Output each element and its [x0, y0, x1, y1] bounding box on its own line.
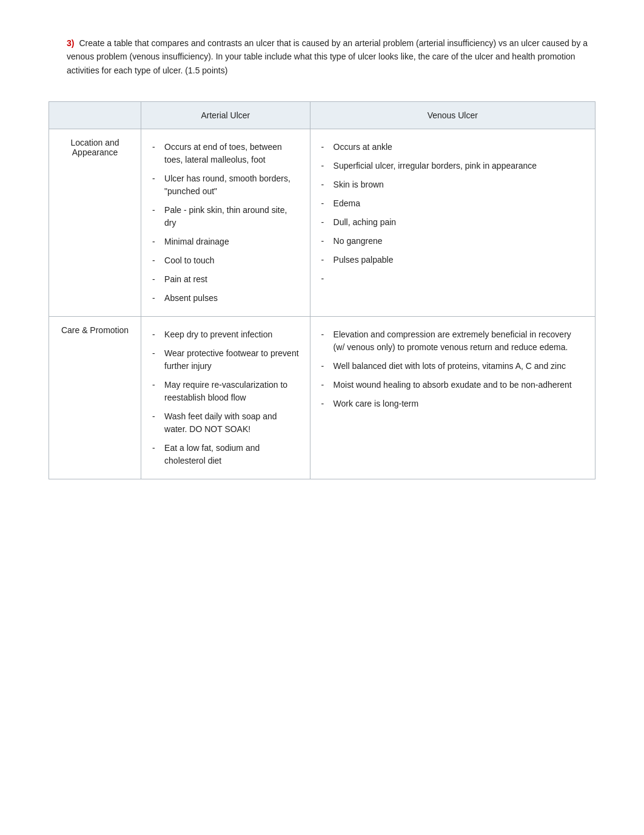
list-item: Moist wound healing to absorb exudate an…	[321, 376, 584, 394]
row-label-1: Care & Promotion	[49, 317, 141, 479]
list-item: Superficial ulcer, irregular borders, pi…	[321, 157, 584, 175]
list-item: Eat a low fat, sodium and cholesterol di…	[152, 439, 299, 470]
list-item	[321, 269, 584, 276]
question-block: 3)Create a table that compares and contr…	[49, 36, 595, 77]
list-item: Dull, aching pain	[321, 213, 584, 232]
question-number: 3)	[67, 38, 74, 48]
list-item: Minimal drainage	[152, 232, 299, 251]
row-label-0: Location and Appearance	[49, 129, 141, 317]
list-item: May require re-vascularization to reesta…	[152, 376, 299, 407]
list-item: Wear protective footwear to prevent furt…	[152, 344, 299, 376]
list-item: Ulcer has round, smooth borders, "punche…	[152, 169, 299, 201]
list-item: Skin is brown	[321, 175, 584, 194]
table-row: Location and AppearanceOccurs at end of …	[49, 129, 595, 317]
list-item: Work care is long-term	[321, 394, 584, 413]
list-item: Pulses palpable	[321, 251, 584, 269]
venous-cell-0: Occurs at ankleSuperficial ulcer, irregu…	[310, 129, 595, 317]
list-item: Well balanced diet with lots of proteins…	[321, 357, 584, 376]
arterial-cell-0: Occurs at end of toes, between toes, lat…	[141, 129, 310, 317]
list-item: Keep dry to prevent infection	[152, 325, 299, 344]
list-item: Pain at rest	[152, 270, 299, 289]
header-empty	[49, 102, 141, 129]
list-item: Occurs at ankle	[321, 138, 584, 157]
list-item: Edema	[321, 194, 584, 213]
venous-cell-1: Elevation and compression are extremely …	[310, 317, 595, 479]
comparison-table: Arterial Ulcer Venous Ulcer Location and…	[49, 101, 595, 479]
list-item: Elevation and compression are extremely …	[321, 325, 584, 357]
list-item: Absent pulses	[152, 289, 299, 308]
question-text: Create a table that compares and contras…	[67, 38, 588, 75]
arterial-cell-1: Keep dry to prevent infectionWear protec…	[141, 317, 310, 479]
table-row: Care & PromotionKeep dry to prevent infe…	[49, 317, 595, 479]
list-item: Pale - pink skin, thin around site, dry	[152, 201, 299, 232]
list-item: Wash feet daily with soap and water. DO …	[152, 407, 299, 439]
list-item: Occurs at end of toes, between toes, lat…	[152, 138, 299, 169]
table-header-row: Arterial Ulcer Venous Ulcer	[49, 102, 595, 129]
list-item: Cool to touch	[152, 251, 299, 270]
header-venous: Venous Ulcer	[310, 102, 595, 129]
header-arterial: Arterial Ulcer	[141, 102, 310, 129]
list-item: No gangrene	[321, 232, 584, 251]
